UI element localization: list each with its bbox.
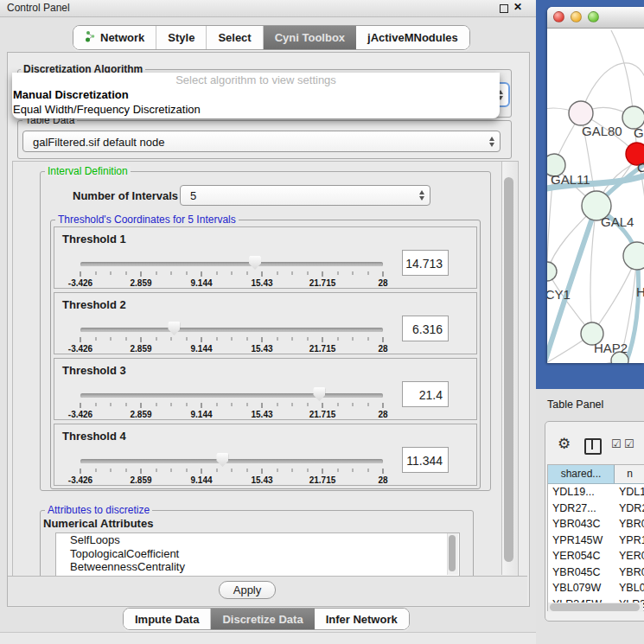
apply-button[interactable]: Apply: [219, 581, 276, 599]
dropdown-option-equal-width[interactable]: Equal Width/Frequency Discretization: [12, 102, 500, 117]
threshold-2-panel: Threshold 2 -3.4262.8599.14415.4321.7152…: [54, 292, 477, 354]
table-cell: YDR2: [615, 501, 644, 517]
threshold-label: Threshold 3: [62, 364, 126, 377]
table-data-combobox[interactable]: galFiltered.sif default node: [22, 131, 501, 152]
table-header-row: shared... n: [548, 465, 644, 484]
numerical-attributes-list[interactable]: SelfLoopsTopologicalCoefficientBetweenne…: [55, 532, 460, 577]
gear-icon[interactable]: ⚙: [558, 435, 571, 453]
tab-label: jActiveMNodules: [367, 31, 458, 44]
control-panel-titlebar: Control Panel: [0, 0, 536, 17]
list-item[interactable]: TopologicalCoefficient: [56, 547, 459, 561]
float-window-icon[interactable]: [500, 4, 508, 13]
zoom-traffic-light-icon[interactable]: [588, 11, 599, 22]
table-row[interactable]: YPR145WYPR1: [548, 532, 644, 549]
threshold-scale: -3.4262.8599.14415.4321.71528: [80, 337, 383, 354]
network-window-titlebar[interactable]: [547, 7, 644, 29]
network-canvas[interactable]: GAL80 G C GAL11 GAL4 GCY1 H HAP2: [547, 29, 644, 363]
threshold-label: Threshold 4: [62, 430, 126, 443]
table-row[interactable]: YER054CYER0: [548, 548, 644, 564]
interval-definition-label: Interval Definition: [45, 166, 131, 176]
table-row[interactable]: YBL079WYBL0: [548, 580, 644, 596]
tab-impute-data[interactable]: Impute Data: [124, 609, 211, 629]
tab-label: Infer Network: [326, 613, 398, 626]
threshold-slider-track[interactable]: [80, 459, 383, 463]
node-gal80: [569, 101, 593, 125]
node-label-hap2: HAP2: [594, 341, 628, 355]
table-row[interactable]: YBR045CYBR0: [548, 564, 644, 581]
threshold-slider-track[interactable]: [80, 328, 383, 332]
number-of-intervals-combobox[interactable]: 5: [180, 185, 430, 206]
threshold-slider-handle[interactable]: [216, 453, 228, 467]
threshold-label: Threshold 2: [62, 298, 126, 311]
threshold-value-field[interactable]: 11.344: [402, 447, 449, 473]
screen: Control Panel ✕ Network Style Select Cyn…: [0, 0, 644, 644]
node-gcy1: [547, 262, 557, 281]
table-cell: YDR27...: [548, 501, 615, 517]
table-cell: YPR145W: [548, 532, 615, 549]
tab-infer-network[interactable]: Infer Network: [315, 609, 409, 629]
node-label-partial: H: [636, 284, 644, 299]
table-cell: YDL19...: [548, 484, 615, 501]
checkbox-icon[interactable]: ☑: [624, 437, 634, 450]
list-item[interactable]: BetweennessCentrality: [56, 560, 459, 574]
minimize-traffic-light-icon[interactable]: [571, 11, 582, 22]
table-row[interactable]: YDL19...YDL1: [548, 484, 644, 501]
threshold-value-field[interactable]: 6.316: [402, 316, 449, 341]
checkbox-icon[interactable]: ☑: [611, 437, 622, 450]
table-cell: YBR043C: [548, 516, 615, 532]
threshold-value-field[interactable]: 21.4: [402, 381, 449, 407]
table-data-value: galFiltered.sif default node: [33, 135, 164, 148]
threshold-slider-track[interactable]: [80, 393, 383, 398]
thresholds-group-label: Threshold's Coordinates for 5 Intervals: [55, 214, 239, 225]
split-columns-icon[interactable]: [584, 438, 602, 455]
tab-cyni-toolbox[interactable]: Cyni Toolbox: [264, 26, 356, 49]
close-traffic-light-icon[interactable]: [553, 11, 564, 22]
list-item[interactable]: SelfLoops: [56, 533, 459, 547]
table-row[interactable]: YBR043CYBR0: [548, 516, 644, 532]
close-icon[interactable]: ✕: [513, 1, 522, 13]
scrollbar-thumb[interactable]: [449, 535, 456, 571]
algorithm-dropdown-popup: Select algorithm to view settings Manual…: [12, 73, 500, 118]
table-cell: YBR0: [615, 516, 644, 532]
node-label-gcy1: GCY1: [547, 287, 571, 302]
threshold-slider-handle[interactable]: [313, 387, 325, 401]
tab-label: Impute Data: [135, 613, 199, 626]
tab-discretize-data[interactable]: Discretize Data: [211, 609, 314, 629]
table-panel-title: Table Panel: [547, 399, 603, 411]
threshold-3-panel: Threshold 3 -3.4262.8599.14415.4321.7152…: [54, 358, 477, 420]
node-table-body: YDL19...YDL1YDR27...YDR2YBR043CYBR0YPR14…: [548, 484, 644, 611]
column-header-shared-name[interactable]: shared...: [548, 465, 615, 483]
node-label-gal4: GAL4: [601, 214, 634, 229]
attributes-group-label: Attributes to discretize: [45, 505, 152, 515]
combobox-stepper-icon: [489, 137, 494, 147]
tab-label: Select: [218, 31, 251, 44]
threshold-slider-handle[interactable]: [249, 256, 261, 270]
network-view-window: GAL80 G C GAL11 GAL4 GCY1 H HAP2: [547, 7, 644, 363]
number-of-intervals-label: Number of Intervals: [73, 189, 178, 202]
dropdown-option-manual-discretization[interactable]: Manual Discretization: [12, 87, 500, 102]
threshold-1-panel: Threshold 1 -3.4262.8599.14415.4321.7152…: [54, 226, 477, 289]
tab-label: Discretize Data: [222, 613, 303, 626]
dropdown-placeholder: Select algorithm to view settings: [12, 73, 500, 87]
number-of-intervals-value: 5: [190, 189, 196, 202]
table-cell: YDL1: [615, 484, 644, 501]
threshold-4-panel: Threshold 4 -3.4262.8599.14415.4321.7152…: [54, 424, 477, 486]
scrollbar-thumb[interactable]: [504, 177, 513, 562]
column-header-name[interactable]: n: [615, 465, 644, 483]
threshold-slider-handle[interactable]: [168, 322, 180, 335]
table-cell: YBL0: [615, 580, 644, 596]
threshold-slider-track[interactable]: [80, 262, 383, 266]
network-graph: GAL80 G C GAL11 GAL4 GCY1 H HAP2: [547, 29, 644, 363]
tab-label: Cyni Toolbox: [275, 31, 345, 44]
node-label-gal80: GAL80: [582, 124, 622, 138]
scrollbar-thumb[interactable]: [550, 603, 640, 611]
tab-style[interactable]: Style: [156, 26, 207, 49]
tab-jactivemnodules[interactable]: jActiveMNodules: [356, 26, 469, 49]
node-unnamed: [623, 242, 644, 270]
table-row[interactable]: YDR27...YDR2: [548, 501, 644, 517]
threshold-value-field[interactable]: 14.713: [402, 250, 449, 276]
tab-network[interactable]: Network: [73, 26, 156, 49]
threshold-scale: -3.4262.8599.14415.4321.71528: [80, 403, 383, 420]
numerical-attributes-label: Numerical Attributes: [43, 517, 153, 530]
tab-select[interactable]: Select: [207, 26, 263, 49]
